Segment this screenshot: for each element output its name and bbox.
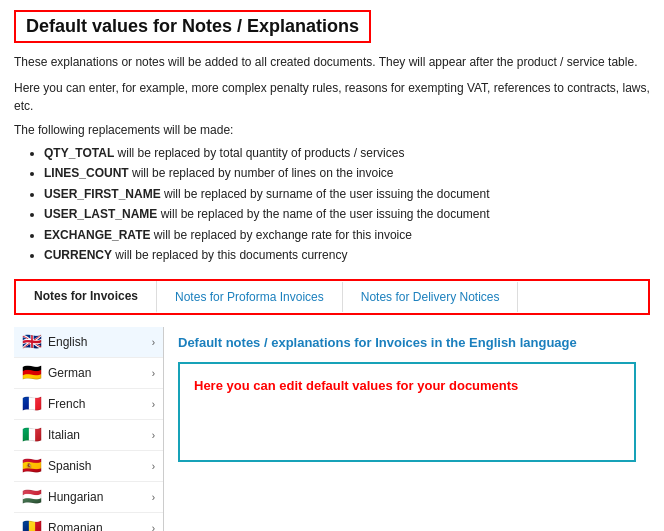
lang-label-it: Italian xyxy=(48,428,146,442)
replacements-intro: The following replacements will be made: xyxy=(14,123,650,137)
lang-item-spanish[interactable]: Spanish › xyxy=(14,451,163,482)
chevron-icon-it: › xyxy=(152,430,155,441)
lang-item-italian[interactable]: Italian › xyxy=(14,420,163,451)
editor-placeholder-text: Here you can edit default values for you… xyxy=(194,378,620,393)
lang-item-english[interactable]: English › xyxy=(14,327,163,358)
lang-label-fr: French xyxy=(48,397,146,411)
flag-icon-fr xyxy=(22,396,42,412)
lang-label-de: German xyxy=(48,366,146,380)
chevron-icon-en: › xyxy=(152,337,155,348)
desc-line1: These explanations or notes will be adde… xyxy=(14,53,650,71)
language-sidebar: English › German › French › Italian › Sp… xyxy=(14,327,164,531)
lang-label-en: English xyxy=(48,335,146,349)
replacement-lines: LINES_COUNT will be replaced by number o… xyxy=(44,163,650,183)
lang-item-german[interactable]: German › xyxy=(14,358,163,389)
flag-icon-de xyxy=(22,365,42,381)
chevron-icon-ro: › xyxy=(152,523,155,531)
flag-icon-en xyxy=(22,334,42,350)
lang-label-hu: Hungarian xyxy=(48,490,146,504)
desc-line2: Here you can enter, for example, more co… xyxy=(14,79,650,115)
flag-icon-ro xyxy=(22,520,42,531)
lang-item-french[interactable]: French › xyxy=(14,389,163,420)
flag-icon-es xyxy=(22,458,42,474)
replacement-firstname: USER_FIRST_NAME will be replaced by surn… xyxy=(44,184,650,204)
flag-icon-hu xyxy=(22,489,42,505)
lang-item-romanian[interactable]: Romanian › xyxy=(14,513,163,531)
lang-label-es: Spanish xyxy=(48,459,146,473)
chevron-icon-de: › xyxy=(152,368,155,379)
content-area: English › German › French › Italian › Sp… xyxy=(14,327,650,531)
replacement-lastname: USER_LAST_NAME will be replaced by the n… xyxy=(44,204,650,224)
description-block: These explanations or notes will be adde… xyxy=(14,53,650,115)
chevron-icon-hu: › xyxy=(152,492,155,503)
tab-delivery[interactable]: Notes for Delivery Notices xyxy=(343,282,519,312)
replacement-qty: QTY_TOTAL will be replaced by total quan… xyxy=(44,143,650,163)
editor-box[interactable]: Here you can edit default values for you… xyxy=(178,362,636,462)
editor-title: Default notes / explanations for Invoice… xyxy=(178,335,636,350)
replacement-exchange: EXCHANGE_RATE will be replaced by exchan… xyxy=(44,225,650,245)
tabs-bar: Notes for Invoices Notes for Proforma In… xyxy=(14,279,650,315)
tab-proforma[interactable]: Notes for Proforma Invoices xyxy=(157,282,343,312)
chevron-icon-es: › xyxy=(152,461,155,472)
page-title: Default values for Notes / Explanations xyxy=(14,10,371,43)
lang-item-hungarian[interactable]: Hungarian › xyxy=(14,482,163,513)
tab-invoices[interactable]: Notes for Invoices xyxy=(16,281,157,313)
replacement-currency: CURRENCY will be replaced by this docume… xyxy=(44,245,650,265)
lang-label-ro: Romanian xyxy=(48,521,146,531)
chevron-icon-fr: › xyxy=(152,399,155,410)
editor-panel: Default notes / explanations for Invoice… xyxy=(164,327,650,531)
replacements-list: QTY_TOTAL will be replaced by total quan… xyxy=(14,143,650,265)
flag-icon-it xyxy=(22,427,42,443)
